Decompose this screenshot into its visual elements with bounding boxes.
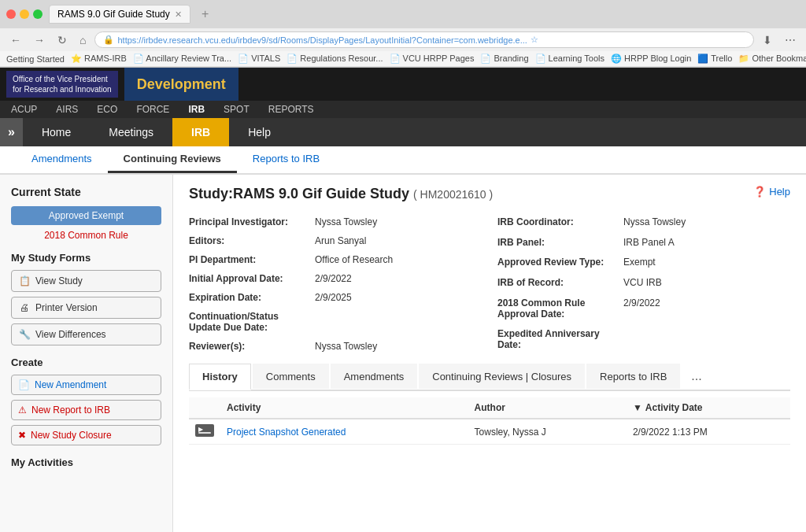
nav-eco[interactable]: ECO [92, 101, 122, 118]
expiration-value: 2/9/2025 [315, 289, 482, 306]
bookmark-learning[interactable]: 📄 Learning Tools [535, 54, 604, 64]
subnav-reports-to-irb[interactable]: Reports to IRB [237, 146, 335, 173]
bookmark-vitals[interactable]: 📄 VITALS [238, 54, 280, 64]
new-report-label: New Report to IRB [31, 405, 110, 416]
content-area: Current State Approved Exempt 2018 Commo… [0, 175, 806, 532]
bookmark-ancillary[interactable]: 📄 Ancillary Review Tra... [133, 54, 231, 64]
tab-history[interactable]: History [189, 364, 251, 390]
closure-icon: ✖ [18, 430, 26, 441]
nav-airs[interactable]: AIRS [51, 101, 83, 118]
bookmark-regulations[interactable]: 📄 Regulations Resour... [287, 54, 383, 64]
study-title: Study:RAMS 9.0 Gif Guide Study ( HM20021… [189, 186, 790, 202]
study-details: Principal Investigator: Nyssa Towsley Ed… [189, 213, 790, 355]
star-icon[interactable]: ☆ [531, 35, 538, 45]
table-row: Project Snapshot Generated Towsley, Nyss… [189, 419, 790, 445]
subnav-continuing-reviews[interactable]: Continuing Reviews [108, 146, 237, 173]
activity-col-label: Activity [227, 402, 261, 413]
app-logo: Office of the Vice President for Researc… [0, 68, 124, 101]
browser-nav: ← → ↻ ⌂ 🔒 https://irbdev.research.vcu.ed… [0, 28, 806, 51]
nav-meetings[interactable]: Meetings [90, 118, 172, 146]
printer-icon: 🖨 [18, 301, 31, 314]
help-circle-icon: ❓ [753, 186, 766, 198]
nav-acup[interactable]: ACUP [6, 101, 42, 118]
irb-coordinator-value: Nyssa Towsley [623, 213, 790, 232]
row-icon-cell [189, 419, 220, 445]
nav-help[interactable]: Help [229, 118, 290, 146]
continuation-label: Continuation/Status Update Due Date: [189, 308, 315, 336]
nav-double-arrow[interactable]: » [0, 118, 23, 146]
bookmark-getting-started[interactable]: Getting Started [6, 54, 65, 64]
nav-reports[interactable]: REPORTS [264, 101, 319, 118]
bookmark-other[interactable]: 📁 Other Bookmarks [738, 54, 806, 64]
irb-panel-value: IRB Panel A [623, 234, 790, 253]
help-link[interactable]: ❓ Help [753, 186, 790, 198]
bookmark-hrpp-blog[interactable]: 🌐 HRPP Blog Login [611, 54, 691, 64]
view-study-label: View Study [35, 275, 83, 286]
back-button[interactable]: ← [6, 32, 25, 48]
tabs-bar: History Comments Amendments Continuing R… [189, 363, 790, 391]
printer-version-button[interactable]: 🖨 Printer Version [11, 297, 161, 319]
history-table: Activity Author ▼ Activity Date [189, 397, 790, 445]
irb-record-label: IRB of Record: [497, 274, 623, 293]
approved-review-value: Exempt [623, 253, 790, 272]
close-dot[interactable] [6, 9, 16, 19]
view-differences-button[interactable]: 🔧 View Differences [11, 323, 161, 345]
bookmark-rams-irb[interactable]: ⭐ RAMS-IRB [71, 54, 127, 64]
bookmark-vcu-hrpp[interactable]: 📄 VCU HRPP Pages [390, 54, 475, 64]
tab-more-icon[interactable]: ... [682, 363, 711, 390]
activity-date-sort[interactable]: ▼ Activity Date [633, 402, 784, 413]
browser-dots [6, 9, 43, 19]
new-report-to-irb-button[interactable]: ⚠ New Report to IRB [11, 400, 161, 420]
study-id: ( HM20021610 ) [413, 188, 493, 201]
irb-record-value: VCU IRB [623, 274, 790, 293]
current-state-title: Current State [11, 186, 161, 198]
new-amendment-button[interactable]: 📄 New Amendment [11, 375, 161, 395]
activity-link[interactable]: Project Snapshot Generated [227, 427, 346, 438]
subnav-amendments[interactable]: Amendments [16, 146, 108, 173]
nav-irb[interactable]: IRB [183, 101, 209, 118]
common-rule-label: 2018 Common Rule [11, 230, 161, 241]
reviewer-label: Reviewer(s): [189, 338, 315, 355]
forward-button[interactable]: → [30, 32, 49, 48]
tab-amendments[interactable]: Amendments [331, 364, 418, 389]
col-icon [189, 397, 220, 419]
bookmark-trello[interactable]: 🟦 Trello [697, 54, 732, 64]
pi-label: Principal Investigator: [189, 213, 315, 231]
irb-panel-label: IRB Panel: [497, 234, 623, 253]
refresh-button[interactable]: ↻ [54, 32, 71, 48]
initial-approval-value: 2/9/2022 [315, 270, 482, 287]
snapshot-icon [195, 424, 214, 437]
maximize-dot[interactable] [33, 9, 43, 19]
nav-spot[interactable]: SPOT [219, 101, 254, 118]
tab-comments[interactable]: Comments [253, 364, 329, 389]
view-study-button[interactable]: 📋 View Study [11, 270, 161, 292]
browser-tab[interactable]: RAMS 9.0 Gif Guide Study ✕ [49, 5, 190, 24]
nav-force[interactable]: FORCE [131, 101, 174, 118]
new-study-closure-button[interactable]: ✖ New Study Closure [11, 425, 161, 445]
expedited-anniversary-value [623, 325, 790, 355]
tab-close-icon[interactable]: ✕ [175, 9, 182, 20]
my-activities-title: My Activities [11, 456, 161, 468]
app-nav-bar: ACUP AIRS ECO FORCE IRB SPOT REPORTS [0, 101, 806, 118]
address-bar[interactable]: 🔒 https://irbdev.research.vcu.edu/irbdev… [94, 31, 754, 48]
app-brand: Development [124, 68, 238, 101]
expiration-label: Expiration Date: [189, 289, 315, 306]
date-cell: 2/9/2022 1:13 PM [627, 419, 790, 445]
col-activity-date[interactable]: ▼ Activity Date [627, 397, 790, 419]
home-button[interactable]: ⌂ [76, 32, 90, 48]
new-tab-icon[interactable]: + [197, 7, 213, 21]
sub-nav: Amendments Continuing Reviews Reports to… [0, 146, 806, 175]
my-study-forms-title: My Study Forms [11, 252, 161, 264]
nav-irb-main[interactable]: IRB [172, 118, 229, 146]
tab-reports-to-irb[interactable]: Reports to IRB [586, 364, 680, 389]
tab-continuing-reviews-closures[interactable]: Continuing Reviews | Closures [419, 364, 585, 389]
extension-btn[interactable]: ⬇ [759, 32, 776, 48]
menu-btn[interactable]: ⋯ [781, 32, 800, 48]
bookmark-branding[interactable]: 📄 Branding [480, 54, 528, 64]
approved-review-label: Approved Review Type: [497, 253, 623, 272]
pi-dept-value: Office of Research [315, 251, 482, 268]
nav-home[interactable]: Home [23, 118, 90, 146]
minimize-dot[interactable] [20, 9, 29, 19]
browser-titlebar: RAMS 9.0 Gif Guide Study ✕ + [0, 0, 806, 28]
new-amendment-label: New Amendment [35, 379, 106, 390]
